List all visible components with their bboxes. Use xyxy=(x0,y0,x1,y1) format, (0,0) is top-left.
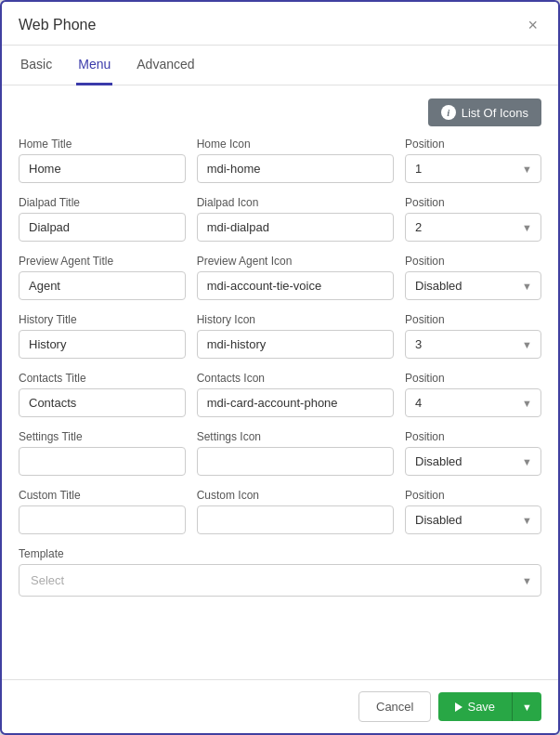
title-input-0[interactable] xyxy=(19,154,186,183)
position-group-5: Position 1234Disabled ▼ xyxy=(405,430,541,476)
position-select-6[interactable]: 1234Disabled xyxy=(405,505,541,534)
close-button[interactable]: × xyxy=(524,15,541,35)
title-input-6[interactable] xyxy=(19,505,186,534)
position-label-0: Position xyxy=(405,138,541,151)
icon-label-4: Contacts Icon xyxy=(197,372,394,385)
position-select-wrapper-4: 1234Disabled ▼ xyxy=(405,388,541,417)
template-row: Template Select ▼ xyxy=(19,547,541,597)
position-label-6: Position xyxy=(405,489,541,502)
position-label-5: Position xyxy=(405,430,541,443)
icon-group-3: History Icon xyxy=(197,313,394,359)
tab-bar: Basic Menu Advanced xyxy=(2,46,558,85)
position-label-3: Position xyxy=(405,313,541,326)
form-row-2: Preview Agent Title Preview Agent Icon P… xyxy=(19,255,541,300)
position-group-4: Position 1234Disabled ▼ xyxy=(405,372,541,417)
title-input-4[interactable] xyxy=(19,388,186,417)
modal-header: Web Phone × xyxy=(2,2,558,46)
position-select-wrapper-6: 1234Disabled ▼ xyxy=(405,505,541,534)
position-select-5[interactable]: 1234Disabled xyxy=(405,447,541,476)
icon-input-1[interactable] xyxy=(197,213,394,242)
position-select-wrapper-2: 1234Disabled ▼ xyxy=(405,271,541,300)
position-group-1: Position 1234Disabled ▼ xyxy=(405,196,541,242)
icon-group-1: Dialpad Icon xyxy=(197,196,394,242)
icon-input-2[interactable] xyxy=(197,271,394,300)
save-button[interactable]: Save xyxy=(438,692,512,721)
title-group-5: Settings Title xyxy=(19,430,186,476)
form-row-0: Home Title Home Icon Position 1234Disabl… xyxy=(19,138,541,183)
title-label-2: Preview Agent Title xyxy=(19,255,186,268)
tab-advanced[interactable]: Advanced xyxy=(135,46,196,85)
icon-group-4: Contacts Icon xyxy=(197,372,394,417)
template-select-wrapper: Select ▼ xyxy=(19,564,541,597)
form-row-1: Dialpad Title Dialpad Icon Position 1234… xyxy=(19,196,541,242)
title-group-0: Home Title xyxy=(19,138,186,183)
list-icons-label: List Of Icons xyxy=(462,106,528,120)
title-label-0: Home Title xyxy=(19,138,186,151)
position-select-2[interactable]: 1234Disabled xyxy=(405,271,541,300)
title-group-1: Dialpad Title xyxy=(19,196,186,242)
title-input-5[interactable] xyxy=(19,447,186,476)
icon-group-6: Custom Icon xyxy=(197,489,394,534)
position-select-1[interactable]: 1234Disabled xyxy=(405,213,541,242)
tab-menu[interactable]: Menu xyxy=(76,46,112,85)
position-select-wrapper-3: 1234Disabled ▼ xyxy=(405,330,541,359)
icon-input-6[interactable] xyxy=(197,505,394,534)
position-group-2: Position 1234Disabled ▼ xyxy=(405,255,541,300)
icon-input-5[interactable] xyxy=(197,447,394,476)
icon-input-4[interactable] xyxy=(197,388,394,417)
web-phone-modal: Web Phone × Basic Menu Advanced i List O… xyxy=(0,0,560,735)
position-label-4: Position xyxy=(405,372,541,385)
position-group-6: Position 1234Disabled ▼ xyxy=(405,489,541,534)
position-group-3: Position 1234Disabled ▼ xyxy=(405,313,541,359)
title-group-4: Contacts Title xyxy=(19,372,186,417)
title-group-2: Preview Agent Title xyxy=(19,255,186,300)
icon-group-5: Settings Icon xyxy=(197,430,394,476)
title-input-1[interactable] xyxy=(19,213,186,242)
icon-label-5: Settings Icon xyxy=(197,430,394,443)
icon-input-3[interactable] xyxy=(197,330,394,359)
list-icons-area: i List Of Icons xyxy=(19,98,541,138)
position-label-2: Position xyxy=(405,255,541,268)
position-select-0[interactable]: 1234Disabled xyxy=(405,154,541,183)
position-select-3[interactable]: 1234Disabled xyxy=(405,330,541,359)
title-label-4: Contacts Title xyxy=(19,372,186,385)
save-button-group: Save ▼ xyxy=(438,692,541,721)
cancel-button[interactable]: Cancel xyxy=(358,691,431,722)
title-label-3: History Title xyxy=(19,313,186,326)
modal-body: i List Of Icons Home Title Home Icon Pos… xyxy=(2,85,558,679)
save-label: Save xyxy=(467,700,495,714)
title-group-3: History Title xyxy=(19,313,186,359)
modal-title: Web Phone xyxy=(19,17,96,33)
form-row-6: Custom Title Custom Icon Position 1234Di… xyxy=(19,489,541,534)
icon-input-0[interactable] xyxy=(197,154,394,183)
title-input-2[interactable] xyxy=(19,271,186,300)
position-select-wrapper-1: 1234Disabled ▼ xyxy=(405,213,541,242)
form-row-4: Contacts Title Contacts Icon Position 12… xyxy=(19,372,541,417)
title-label-6: Custom Title xyxy=(19,489,186,502)
template-select[interactable]: Select xyxy=(19,564,541,597)
template-label: Template xyxy=(19,547,541,560)
modal-footer: Cancel Save ▼ xyxy=(2,679,558,733)
title-label-1: Dialpad Title xyxy=(19,196,186,209)
title-group-6: Custom Title xyxy=(19,489,186,534)
position-label-1: Position xyxy=(405,196,541,209)
save-play-icon xyxy=(455,702,462,712)
form-row-5: Settings Title Settings Icon Position 12… xyxy=(19,430,541,476)
title-input-3[interactable] xyxy=(19,330,186,359)
icon-label-0: Home Icon xyxy=(197,138,394,151)
icon-group-0: Home Icon xyxy=(197,138,394,183)
icon-label-6: Custom Icon xyxy=(197,489,394,502)
save-dropdown-button[interactable]: ▼ xyxy=(512,692,541,721)
list-icons-button[interactable]: i List Of Icons xyxy=(428,98,541,126)
position-select-wrapper-5: 1234Disabled ▼ xyxy=(405,447,541,476)
position-select-wrapper-0: 1234Disabled ▼ xyxy=(405,154,541,183)
template-group: Template Select ▼ xyxy=(19,547,541,597)
form-row-3: History Title History Icon Position 1234… xyxy=(19,313,541,359)
position-select-4[interactable]: 1234Disabled xyxy=(405,388,541,417)
icon-label-1: Dialpad Icon xyxy=(197,196,394,209)
info-icon: i xyxy=(441,105,456,120)
icon-label-3: History Icon xyxy=(197,313,394,326)
title-label-5: Settings Title xyxy=(19,430,186,443)
position-group-0: Position 1234Disabled ▼ xyxy=(405,138,541,183)
tab-basic[interactable]: Basic xyxy=(19,46,54,85)
